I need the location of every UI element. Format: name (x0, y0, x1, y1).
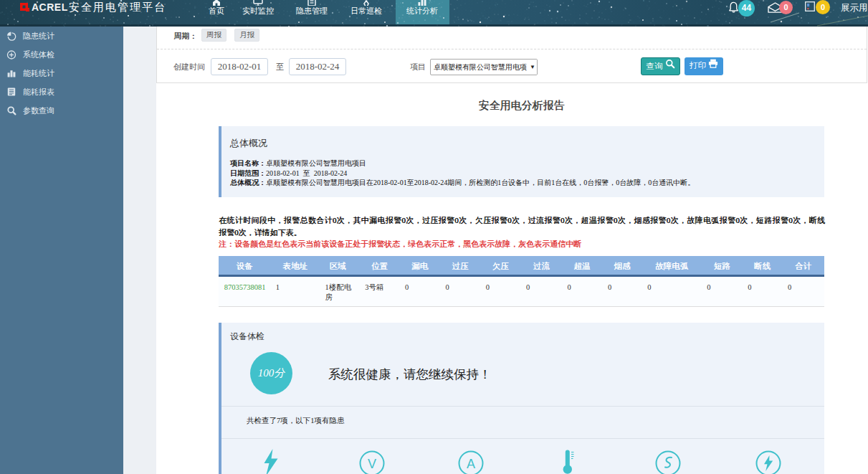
svg-text:V: V (368, 457, 376, 471)
svg-text:A: A (467, 457, 475, 471)
